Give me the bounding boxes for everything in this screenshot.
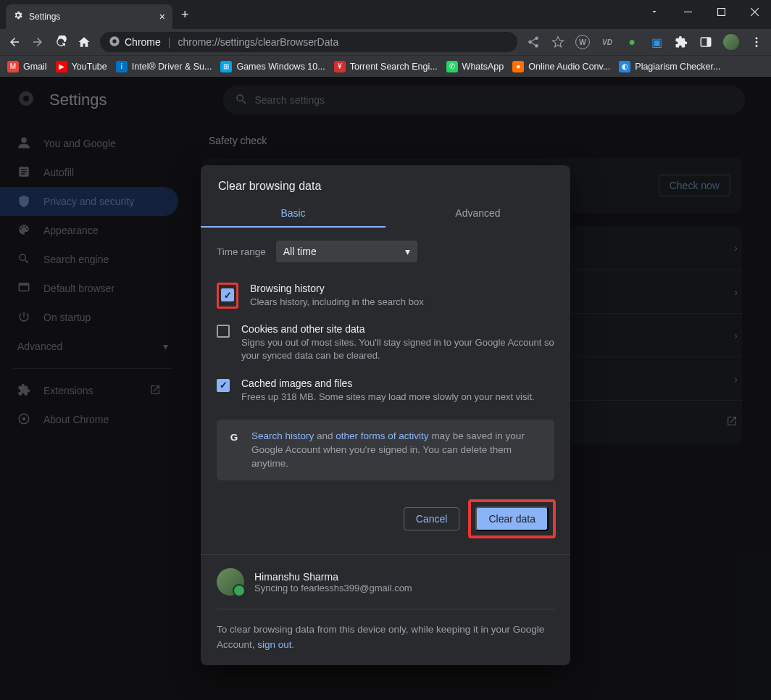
bookmark-label: Intel® Driver & Su... <box>132 62 212 72</box>
sidebar-icon <box>17 165 30 180</box>
chrome-logo-icon <box>17 90 35 110</box>
extension-w-icon[interactable]: W <box>575 35 590 49</box>
option-description: Signs you out of most sites. You'll stay… <box>241 336 554 362</box>
google-g-icon: G <box>227 431 241 446</box>
new-tab-button[interactable]: + <box>181 7 189 22</box>
option-checkbox[interactable] <box>221 288 234 301</box>
option-description: Clears history, including in the search … <box>250 296 424 309</box>
sidebar-extensions[interactable]: Extensions <box>0 376 178 405</box>
bookmark-favicon: ● <box>512 61 524 72</box>
home-button[interactable] <box>77 35 91 49</box>
bookmark-favicon: ⊞ <box>220 61 232 72</box>
bookmark-item[interactable]: MGmail <box>7 61 47 72</box>
cancel-button[interactable]: Cancel <box>404 507 460 530</box>
clear-browsing-data-dialog: Clear browsing data Basic Advanced Time … <box>201 165 570 665</box>
advanced-label: Advanced <box>17 341 62 352</box>
check-now-button[interactable]: Check now <box>659 175 730 196</box>
search-placeholder: Search settings <box>255 94 325 106</box>
option-title: Cached images and files <box>241 378 535 389</box>
bookmark-item[interactable]: iIntel® Driver & Su... <box>116 61 212 72</box>
clear-option: Cached images and filesFrees up 318 MB. … <box>217 370 554 411</box>
svg-rect-0 <box>684 11 692 12</box>
extension-camera-icon[interactable]: ▣ <box>649 35 664 49</box>
bookmark-item[interactable]: ●Online Audio Conv... <box>512 61 610 72</box>
sidebar-label: Autofill <box>43 167 74 178</box>
bookmark-label: Online Audio Conv... <box>528 62 610 72</box>
search-history-link[interactable]: Search history <box>251 430 314 441</box>
bookmark-favicon: ◐ <box>619 61 630 72</box>
back-button[interactable] <box>7 35 22 49</box>
sidebar-item[interactable]: Privacy and security <box>0 187 178 216</box>
clear-option: Cookies and other site dataSigns you out… <box>217 316 554 370</box>
reload-button[interactable] <box>54 35 68 49</box>
bookmark-favicon: M <box>7 61 19 72</box>
option-checkbox[interactable] <box>217 379 230 392</box>
bookmark-favicon: ▶ <box>56 61 67 72</box>
bookmark-item[interactable]: ⊞Games Windows 10... <box>220 61 325 72</box>
svg-rect-5 <box>707 38 711 46</box>
profile-avatar[interactable] <box>723 34 739 50</box>
side-panel-icon[interactable] <box>699 35 713 49</box>
share-icon[interactable] <box>526 35 541 49</box>
svg-point-7 <box>756 41 758 43</box>
browser-tab[interactable]: Settings × <box>6 4 172 29</box>
menu-button[interactable] <box>749 35 764 49</box>
extension-vd-icon[interactable]: VD <box>600 35 614 49</box>
browser-toolbar: Chrome | chrome://settings/clearBrowserD… <box>0 29 771 55</box>
bookmark-favicon: i <box>116 61 128 72</box>
open-external-icon <box>726 415 738 429</box>
window-titlebar: Settings × + <box>0 0 771 29</box>
svg-point-14 <box>22 417 26 420</box>
url-path: chrome://settings/clearBrowserData <box>178 36 338 48</box>
sidebar-item[interactable]: On startup <box>0 303 178 332</box>
user-sync-status: Syncing to fearlesshs399@gmail.com <box>254 583 412 593</box>
svg-point-10 <box>23 96 29 101</box>
page-title: Settings <box>49 91 107 109</box>
option-checkbox[interactable] <box>217 325 230 338</box>
minimize-button[interactable] <box>671 0 704 23</box>
sidebar-item[interactable]: You and Google <box>0 129 178 158</box>
address-bar[interactable]: Chrome | chrome://settings/clearBrowserD… <box>100 32 517 52</box>
extensions-label: Extensions <box>43 385 93 396</box>
clear-data-button[interactable]: Clear data <box>475 507 549 531</box>
sidebar-item[interactable]: Default browser <box>0 274 178 303</box>
time-range-select[interactable]: All time ▾ <box>276 241 417 262</box>
bookmark-favicon: ¥ <box>334 61 346 72</box>
other-activity-link[interactable]: other forms of activity <box>336 430 428 441</box>
sidebar-item[interactable]: Autofill <box>0 158 178 187</box>
caret-down-icon[interactable] <box>638 0 671 23</box>
close-window-button[interactable] <box>738 0 771 23</box>
checkbox-highlight <box>217 283 238 309</box>
bookmark-item[interactable]: ◐Plagiarism Checker... <box>619 61 720 72</box>
option-description: Frees up 318 MB. Some sites may load mor… <box>241 391 535 404</box>
sidebar-icon <box>17 136 30 151</box>
extension-green-icon[interactable]: ● <box>625 35 639 49</box>
maximize-button[interactable] <box>704 0 738 23</box>
bookmark-label: Plagiarism Checker... <box>635 62 720 72</box>
sidebar-item[interactable]: Appearance <box>0 216 178 245</box>
extensions-button[interactable] <box>674 35 688 49</box>
bookmark-item[interactable]: ▶YouTube <box>56 61 107 72</box>
search-settings-input[interactable]: Search settings <box>223 86 745 114</box>
bookmark-item[interactable]: ✆WhatsApp <box>446 61 504 72</box>
clear-option: Browsing historyClears history, includin… <box>217 275 554 316</box>
bookmark-star-icon[interactable] <box>551 35 565 49</box>
sidebar-item[interactable]: Search engine <box>0 245 178 274</box>
tab-advanced[interactable]: Advanced <box>386 200 570 228</box>
sidebar-icon <box>17 281 30 296</box>
bookmark-item[interactable]: ¥Torrent Search Engi... <box>334 61 438 72</box>
sidebar-label: Search engine <box>43 254 109 265</box>
sidebar-icon <box>17 223 30 238</box>
forward-button[interactable] <box>30 35 45 49</box>
close-tab-icon[interactable]: × <box>159 11 165 22</box>
bookmark-label: Gmail <box>23 62 47 72</box>
dialog-title: Clear browsing data <box>201 165 570 200</box>
sign-out-link[interactable]: sign out <box>257 639 291 650</box>
bookmark-label: WhatsApp <box>462 62 504 72</box>
sidebar-about[interactable]: About Chrome <box>0 405 178 434</box>
svg-point-6 <box>756 37 758 39</box>
clear-data-highlight: Clear data <box>468 499 556 538</box>
sidebar-advanced[interactable]: Advanced▾ <box>0 332 186 361</box>
open-external-icon <box>149 384 161 398</box>
tab-basic[interactable]: Basic <box>201 200 386 228</box>
